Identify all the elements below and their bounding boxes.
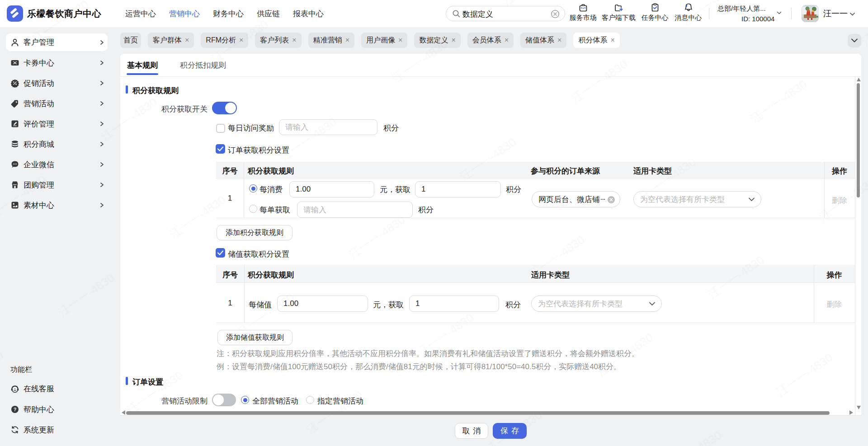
svg-text:?: ? xyxy=(14,407,17,412)
